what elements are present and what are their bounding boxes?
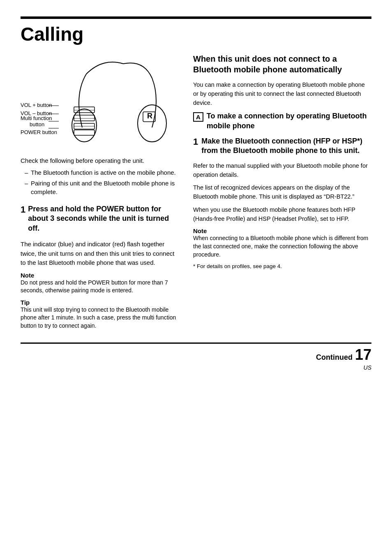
- svg-text:VOL + button: VOL + button: [21, 102, 52, 108]
- left-step1-row: 1 Press and hold the POWER button for ab…: [21, 204, 177, 236]
- right-step1-body3: When you use the Bluetooth mobile phone …: [193, 206, 371, 224]
- right-step1-body2: The list of recognized devices appears o…: [193, 183, 371, 201]
- svg-text:Multi function: Multi function: [21, 115, 52, 121]
- left-note-text: Do not press and hold the POWER button f…: [21, 279, 177, 295]
- checklist-item-1: The Bluetooth function is active on the …: [25, 168, 177, 177]
- headphone-diagram: R: [21, 53, 173, 148]
- checklist-item-2: Pairing of this unit and the Bluetooth m…: [25, 179, 177, 196]
- continued-label: Continued: [316, 353, 353, 362]
- main-content: R: [21, 53, 371, 330]
- left-step1-heading: Press and hold the POWER button for abou…: [28, 204, 177, 233]
- svg-text:POWER button: POWER button: [21, 129, 57, 135]
- diagram-area: R: [21, 53, 177, 148]
- left-step1-body: The indicator (blue) and indicator (red)…: [21, 240, 177, 268]
- right-step1-number: 1: [193, 137, 198, 147]
- checklist: The Bluetooth function is active on the …: [21, 168, 177, 196]
- right-intro-text: You can make a connection by operating B…: [193, 81, 371, 107]
- left-step1-number: 1: [21, 204, 25, 215]
- check-intro-text: Check the following before operating the…: [21, 156, 177, 165]
- page-number: 17: [355, 346, 371, 363]
- right-note-text: When connecting to a Bluetooth mobile ph…: [193, 234, 371, 259]
- right-step1-heading: Make the Bluetooth connection (HFP or HS…: [201, 137, 371, 156]
- right-note-label: Note: [193, 227, 371, 234]
- right-step1-body1: Refer to the manual supplied with your B…: [193, 162, 371, 180]
- section-a-container: A To make a connection by operating Blue…: [193, 111, 371, 131]
- svg-text:button: button: [30, 121, 44, 127]
- left-column: R: [21, 53, 177, 330]
- svg-rect-5: [74, 115, 95, 121]
- footer: Continued 17: [21, 342, 371, 363]
- right-footnote: * For details on profiles, see page 4.: [193, 263, 371, 271]
- svg-point-0: [72, 109, 97, 142]
- left-note-label: Note: [21, 272, 177, 279]
- svg-text:R: R: [147, 112, 152, 120]
- section-a-heading: To make a connection by operating Blueto…: [207, 111, 371, 131]
- left-tip-text: This unit will stop trying to connect to…: [21, 306, 177, 330]
- top-border: [21, 16, 371, 19]
- svg-rect-7: [74, 130, 95, 135]
- right-column: When this unit does not connect to a Blu…: [193, 53, 371, 330]
- left-tip-label: Tip: [21, 299, 177, 306]
- section-a-box-label: A: [193, 112, 203, 122]
- right-step1-row: 1 Make the Bluetooth connection (HFP or …: [193, 137, 371, 159]
- locale-label: US: [21, 364, 371, 371]
- right-section-title: When this unit does not connect to a Blu…: [193, 53, 371, 75]
- svg-point-1: [138, 105, 166, 142]
- page-title: Calling: [21, 23, 371, 45]
